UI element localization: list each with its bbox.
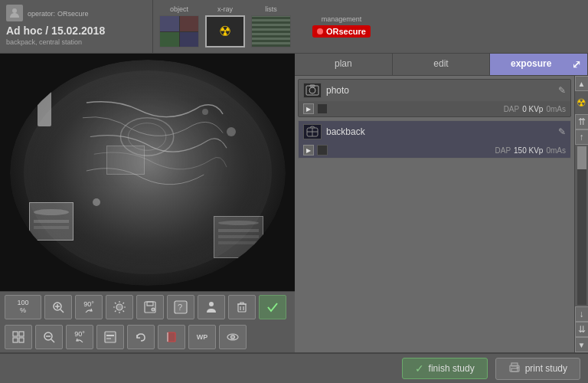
finish-check-icon: ✓: [415, 362, 424, 375]
photo-dap-label: DAP: [504, 105, 520, 113]
hdd-button[interactable]: [136, 295, 164, 319]
svg-point-7: [116, 304, 122, 310]
svg-line-13: [123, 310, 125, 312]
rotate-cw-button[interactable]: 90°: [75, 295, 103, 319]
svg-rect-27: [13, 338, 18, 342]
svg-rect-35: [168, 332, 175, 342]
nav-label-management: management: [322, 15, 362, 23]
exposure-list: photo ✎ ▶ DAP 0 KVp 0mAs: [295, 76, 574, 352]
flag-button[interactable]: [158, 325, 185, 349]
xray-image: EI: 2740 DI: +9.3: [10, 60, 286, 286]
zoom-percent-display: 100 %: [5, 295, 41, 319]
eye-button[interactable]: [219, 325, 247, 349]
nav-label-xray: x-ray: [217, 5, 233, 13]
nav-thumbnails: object x-ray ☢ lists: [153, 0, 588, 53]
rotate-ccw-button[interactable]: 90°: [66, 325, 93, 349]
nav-section-xray: x-ray ☢: [205, 5, 245, 47]
radiation-icon-area: ☢: [573, 91, 588, 114]
nav-thumb-object[interactable]: [159, 15, 199, 47]
nav-thumb-xray[interactable]: ☢: [205, 15, 245, 47]
scroll-down-btn[interactable]: ▼: [575, 337, 589, 352]
ei-label: EI:: [247, 261, 258, 270]
tab-edit[interactable]: edit: [393, 54, 491, 75]
exposure-photo-expand[interactable]: ▶: [303, 103, 314, 114]
avatar: [6, 5, 23, 21]
svg-point-0: [12, 8, 17, 13]
svg-rect-22: [238, 304, 246, 312]
print-label: print study: [525, 363, 567, 374]
svg-rect-32: [105, 332, 116, 342]
zoom-unit: %: [20, 307, 26, 315]
right-panel: plan edit exposure ⤢: [295, 54, 588, 352]
exposure-backback-name: backback: [326, 126, 554, 137]
scroll-up-btn[interactable]: ▲: [575, 76, 589, 91]
exposure-backback-edit[interactable]: ✎: [558, 126, 566, 137]
toolbar-row-top: 100 % 90°: [0, 292, 295, 322]
svg-rect-47: [511, 368, 518, 372]
svg-line-4: [60, 309, 64, 313]
svg-text:?: ?: [178, 303, 182, 312]
zoom-in-button[interactable]: [44, 295, 72, 319]
confirm-button[interactable]: [259, 295, 286, 319]
nav-section-object: object: [159, 5, 199, 47]
exposure-item-backback-header: backback ✎: [299, 121, 570, 142]
orsecure-label: ORsecure: [326, 27, 366, 36]
help-button[interactable]: ?: [167, 295, 194, 319]
adhoc-title: Ad hoc / 15.02.2018: [6, 25, 146, 37]
svg-point-21: [209, 302, 214, 306]
nav-thumb-lists[interactable]: [251, 15, 291, 47]
right-main: photo ✎ ▶ DAP 0 KVp 0mAs: [295, 76, 574, 352]
exposure-photo-check[interactable]: [317, 103, 328, 114]
photo-mas-label: 0mAs: [546, 105, 566, 113]
tab-exposure[interactable]: exposure ⤢: [490, 54, 588, 75]
svg-line-15: [115, 310, 116, 312]
svg-line-14: [123, 303, 125, 304]
exposure-item-photo-header: photo ✎: [299, 80, 570, 101]
toolbar-row-bottom: 90°: [0, 322, 295, 353]
svg-rect-26: [19, 332, 24, 336]
expand-icon[interactable]: ⤢: [572, 58, 581, 70]
right-tabs: plan edit exposure ⤢: [295, 54, 588, 76]
exposure-backback-details: ▶ DAP 150 KVp 0mAs: [299, 142, 570, 158]
contrast-button[interactable]: [96, 325, 124, 349]
tab-plan[interactable]: plan: [295, 54, 393, 75]
svg-rect-17: [147, 302, 153, 306]
brightness-button[interactable]: [106, 295, 133, 319]
wp-label: WP: [197, 333, 208, 341]
exposure-backback-expand[interactable]: ▶: [303, 145, 314, 155]
scroll-nav-top[interactable]: ⇈: [575, 114, 589, 129]
scroll-track: [577, 146, 586, 305]
scroll-nav-up[interactable]: ↑: [575, 129, 589, 145]
operator-name: ORsecure: [57, 10, 89, 18]
xray-container: EI: 2740 DI: +9.3: [0, 54, 295, 291]
rotate-cw-label: 90°: [83, 300, 94, 308]
finish-study-button[interactable]: ✓ finish study: [402, 358, 488, 379]
person-button[interactable]: [198, 295, 225, 319]
svg-rect-28: [19, 338, 24, 342]
print-icon: [508, 362, 521, 375]
exposure-photo-edit[interactable]: ✎: [558, 85, 566, 96]
print-study-button[interactable]: print study: [495, 358, 580, 380]
orsecure-button[interactable]: ORsecure: [312, 25, 371, 38]
scroll-nav-down[interactable]: ↓: [575, 306, 589, 322]
ei-overlay: EI: 2740 DI: +9.3: [247, 261, 279, 280]
di-number: +9.3: [263, 270, 279, 280]
tab-plan-label: plan: [335, 58, 352, 69]
top-bar: operator: ORsecure Ad hoc / 15.02.2018 b…: [0, 0, 588, 54]
nav-section-lists: lists: [251, 5, 291, 47]
toolbar: 100 % 90°: [0, 291, 295, 352]
undo-button[interactable]: [127, 325, 155, 349]
exposure-photo-name: photo: [326, 85, 554, 96]
scroll-nav-bot[interactable]: ⇊: [575, 322, 589, 337]
wp-button[interactable]: WP: [188, 325, 216, 349]
radiation-nav-icon: ☢: [219, 23, 231, 40]
grid-view-button[interactable]: [5, 325, 32, 349]
delete-button[interactable]: [228, 295, 256, 319]
backback-mas-label: 0mAs: [546, 146, 566, 155]
tab-edit-label: edit: [433, 58, 448, 69]
scroll-thumb[interactable]: [577, 146, 586, 169]
exposure-backback-check[interactable]: [317, 145, 328, 155]
main-content: EI: 2740 DI: +9.3 100 %: [0, 54, 588, 352]
zoom-out-button[interactable]: [35, 325, 63, 349]
ei-value: EI: 2740: [247, 261, 279, 270]
